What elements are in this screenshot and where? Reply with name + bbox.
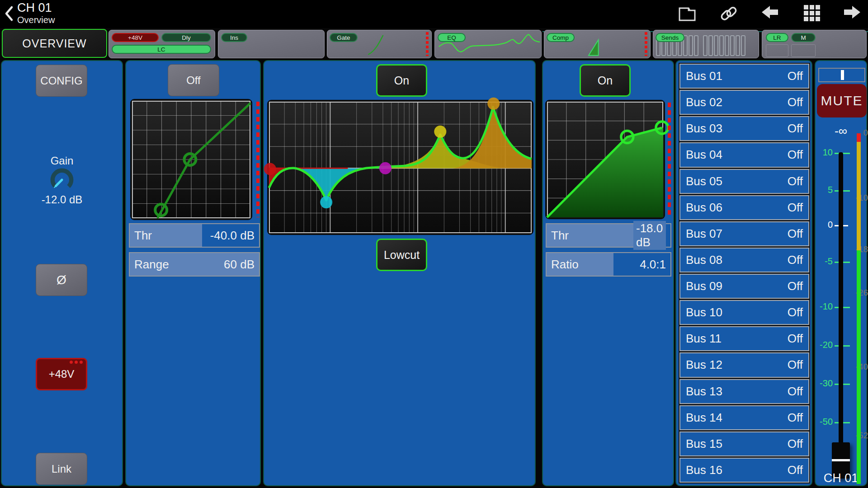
pan-indicator[interactable] (818, 68, 865, 82)
mute-button[interactable]: MUTE (817, 84, 867, 117)
phantom-power-button[interactable]: +48V (36, 358, 87, 390)
bus-send-row[interactable]: Bus 02Off (679, 90, 809, 115)
comp-ratio-value: 4.0:1 (613, 253, 670, 276)
link-button-label: Link (52, 463, 71, 475)
folder-icon[interactable] (677, 4, 698, 23)
comp-threshold-label: Thr (547, 224, 633, 247)
comp-threshold-value-text: -18.0 dB (633, 221, 666, 250)
gate-mini-curve (363, 34, 395, 56)
bus-send-row[interactable]: Bus 01Off (679, 64, 809, 89)
fader-track[interactable] (839, 152, 843, 473)
eq-lowcut-button[interactable]: Lowcut (376, 239, 427, 271)
comp-meter-strip (668, 103, 671, 216)
bus-name: Bus 05 (686, 174, 722, 188)
bus-send-row[interactable]: Bus 09Off (679, 274, 809, 299)
mixer-overview-screen: CH 01 Overview OVERVIEW (0, 0, 868, 488)
bus-send-row[interactable]: Bus 14Off (679, 405, 809, 430)
comp-mini-curve (580, 36, 608, 56)
fader-scale-label: 10 (816, 147, 833, 158)
fader-scale-label: -50 (816, 417, 833, 427)
bus-send-value: Off (788, 358, 803, 372)
bus-send-list: Bus 01OffBus 02OffBus 03OffBus 04OffBus … (679, 63, 810, 483)
gate-graph[interactable] (131, 99, 252, 220)
bus-name: Bus 07 (686, 227, 722, 241)
send-bar-meter (703, 35, 708, 56)
bus-send-value: Off (788, 332, 803, 346)
bus-send-row[interactable]: Bus 15Off (679, 432, 809, 456)
tab-overview[interactable]: OVERVIEW (2, 29, 107, 58)
fader-scale-label: -10 (816, 301, 833, 312)
mono-level-box (791, 44, 816, 57)
send-bar-meter (736, 35, 740, 56)
bus-send-row[interactable]: Bus 10Off (679, 300, 809, 325)
config-button[interactable]: CONFIG (36, 65, 87, 97)
strip-block-gate[interactable]: Gate (327, 30, 432, 58)
send-bar-meter (725, 35, 729, 56)
gate-threshold-row[interactable]: Thr -40.0 dB (129, 223, 260, 248)
strip-block-sends[interactable]: Sends (653, 30, 759, 58)
comp-state-button[interactable]: On (580, 64, 631, 97)
comp-state-label: On (598, 74, 613, 87)
meter-segment (857, 142, 861, 250)
gate-state-button[interactable]: Off (168, 64, 219, 96)
strip-block-insert[interactable]: Ins (218, 30, 325, 58)
grid-icon[interactable] (800, 4, 822, 23)
bus-send-row[interactable]: Bus 03Off (679, 116, 809, 141)
send-bar-meter (719, 35, 724, 56)
bus-name: Bus 03 (686, 122, 722, 136)
strip-block-preamp[interactable]: +48V Dly LC (108, 30, 215, 58)
strip-block-eq[interactable]: EQ (434, 30, 542, 58)
main-lr-indicator: LR (766, 33, 788, 42)
bus-name: Bus 13 (686, 385, 722, 399)
comp-threshold-row[interactable]: Thr -18.0 dB (546, 223, 671, 248)
bus-send-value: Off (788, 95, 803, 109)
bus-name: Bus 09 (686, 279, 722, 293)
eq-lowcut-label: Lowcut (384, 249, 420, 262)
bus-send-value: Off (788, 437, 803, 451)
gain-knob[interactable] (49, 167, 75, 193)
tab-overview-label: OVERVIEW (22, 37, 86, 50)
gate-threshold-value: -40.0 dB (202, 224, 259, 247)
eq-state-label: On (394, 74, 409, 87)
level-meter (857, 133, 861, 484)
link-icon[interactable] (718, 4, 740, 23)
bus-send-row[interactable]: Bus 16Off (679, 458, 809, 483)
comp-ratio-row[interactable]: Ratio 4.0:1 (546, 252, 671, 277)
phase-button-label: Ø (57, 273, 66, 287)
bus-send-value: Off (788, 174, 803, 188)
eq-graph[interactable] (268, 100, 533, 235)
link-button[interactable]: Link (36, 453, 87, 485)
bus-send-row[interactable]: Bus 13Off (679, 379, 809, 404)
arrow-left-icon[interactable] (759, 4, 781, 23)
strip-block-mains[interactable]: LR M (762, 30, 867, 58)
bus-send-row[interactable]: Bus 11Off (679, 326, 809, 351)
strip-block-comp[interactable]: Comp (544, 30, 651, 58)
comp-threshold-value: -18.0 dB (633, 224, 670, 247)
bus-send-row[interactable]: Bus 12Off (679, 352, 809, 377)
phase-button[interactable]: Ø (36, 264, 87, 296)
gate-threshold-label: Thr (130, 224, 202, 247)
page-subtitle: Overview (17, 15, 55, 25)
bus-name: Bus 11 (686, 332, 722, 346)
arrow-right-icon[interactable] (841, 4, 863, 23)
bus-send-value: Off (788, 411, 803, 425)
eq-state-button[interactable]: On (376, 64, 427, 97)
fader-scale-label: 0 (816, 220, 833, 230)
config-button-label: CONFIG (40, 75, 82, 87)
bus-name: Bus 16 (686, 463, 722, 477)
gate-range-row[interactable]: Range 60 dB (129, 252, 260, 277)
channel-title: CH 01 (17, 1, 52, 15)
send-bar-meter (694, 35, 698, 56)
gate-range-label: Range (130, 253, 202, 276)
back-chevron-icon[interactable] (3, 4, 15, 23)
fader-scale-label: -30 (816, 378, 833, 389)
gate-range-value: 60 dB (202, 253, 259, 276)
comp-graph[interactable] (546, 100, 665, 219)
bus-send-row[interactable]: Bus 05Off (679, 169, 809, 194)
bus-send-row[interactable]: Bus 08Off (679, 248, 809, 272)
bus-send-row[interactable]: Bus 06Off (679, 195, 809, 220)
comp-indicator: Comp (547, 33, 575, 42)
bus-send-row[interactable]: Bus 04Off (679, 142, 809, 167)
gate-strip-meter (426, 32, 429, 56)
bus-send-row[interactable]: Bus 07Off (679, 221, 809, 246)
